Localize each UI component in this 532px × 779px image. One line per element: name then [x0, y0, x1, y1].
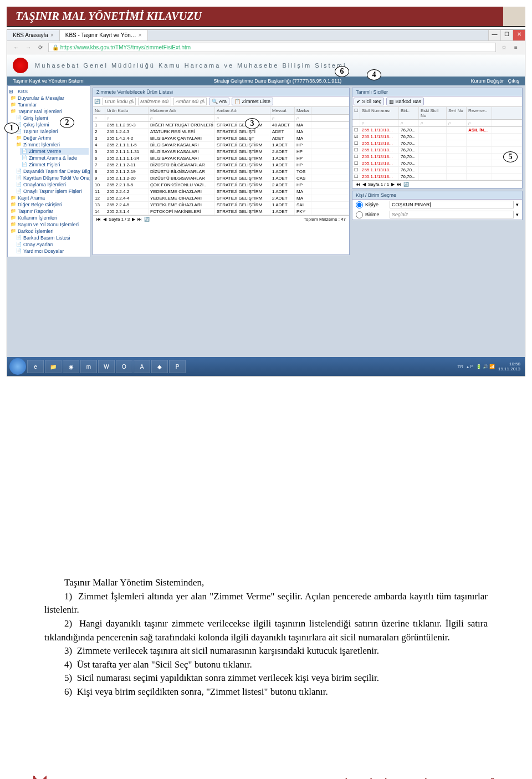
person-input[interactable]: [390, 201, 514, 208]
product-name-input[interactable]: [138, 98, 171, 105]
last-page-icon[interactable]: ⏭: [397, 182, 401, 187]
menu-icon[interactable]: ≡: [511, 43, 520, 52]
tree-item[interactable]: Değer Artımı: [14, 135, 89, 141]
table-row[interactable]: 11255.2.2.4-2YEDEKLEME CİHAZLARISTRATEJİ…: [93, 189, 349, 195]
tree-item[interactable]: Onay Ayarları: [14, 241, 89, 248]
minimize-button[interactable]: —: [488, 30, 500, 40]
prev-page-icon[interactable]: ◀: [103, 217, 106, 222]
next-page-icon[interactable]: ▶: [132, 217, 135, 222]
table-row[interactable]: 4255.2.1.1.1.1-5BİLGİSAYAR KASALARISTRAT…: [93, 142, 349, 149]
table-row[interactable]: ☐255.1.1/13/18...76,70...: [352, 174, 522, 180]
search-button[interactable]: 🔍 Ara: [209, 98, 229, 105]
radio-kisiye[interactable]: [356, 201, 363, 208]
radio-birime[interactable]: [356, 211, 363, 218]
maxthon-icon[interactable]: m: [80, 360, 97, 373]
tree-item[interactable]: Kayıt Arama: [9, 195, 89, 201]
row-checkbox[interactable]: ☐: [352, 167, 360, 173]
tree-item-zimmet-verme[interactable]: Zimmet Verme: [20, 148, 89, 155]
row-checkbox[interactable]: ☐: [352, 140, 360, 146]
app-icon[interactable]: ◆: [151, 360, 168, 373]
browser-tab-1[interactable]: KBS Anasayfa×: [7, 30, 60, 40]
forward-icon[interactable]: →: [24, 43, 33, 52]
logout-link[interactable]: Çıkış: [508, 78, 519, 84]
tree-item[interactable]: Sayım ve Yıl Sonu İşlemleri: [9, 221, 89, 228]
tree-item[interactable]: Dayanıklı Taşınırlar Detay Bilgileri: [14, 168, 89, 175]
table-row[interactable]: ☐255.1.1/13/18...76,70...ASIL İN...: [352, 127, 522, 134]
url-input[interactable]: 🔒 https://www.kbs.gov.tr/TMYS/tmys/zimme…: [48, 43, 496, 52]
tree-item[interactable]: Onaylı Taşınır İşlem Fişleri: [14, 188, 89, 195]
tree-item[interactable]: Diğer Belge Girişleri: [9, 201, 89, 208]
table-row[interactable]: ☐255.1.1/13/18...76,70...: [352, 154, 522, 160]
tree-item[interactable]: Taşınır Raporlar: [9, 208, 89, 215]
table-row[interactable]: 6255.2.1.1.1.1-34BİLGİSAYAR KASALARISTRA…: [93, 155, 349, 162]
first-page-icon[interactable]: ⏮: [356, 182, 360, 187]
bookmark-icon[interactable]: ☆: [499, 43, 508, 52]
tree-item[interactable]: Kullanım İşlemleri: [9, 215, 89, 221]
close-icon[interactable]: ×: [50, 32, 54, 38]
tree-item[interactable]: Onaylama İşlemleri: [14, 181, 89, 188]
tree-item[interactable]: KBS: [9, 88, 89, 95]
table-row[interactable]: 8255.2.1.1.2-19DİZÜSTÜ BİLGİSAYARLARSTRA…: [93, 169, 349, 175]
tree-item[interactable]: Giriş İşlemi: [14, 115, 89, 121]
start-button[interactable]: [9, 358, 26, 375]
browser-tab-2[interactable]: KBS - Taşınır Kayıt ve Yön…×: [60, 30, 148, 40]
row-checkbox[interactable]: ☑: [352, 134, 360, 140]
tree-item[interactable]: Zimmet Fişleri: [20, 161, 89, 168]
table-row[interactable]: 10255.2.2.1.8-5ÇOK FONKSİYONLU YAZI..STR…: [93, 182, 349, 189]
explorer-icon[interactable]: 📁: [45, 360, 62, 373]
row-checkbox[interactable]: ☐: [352, 174, 360, 180]
maximize-button[interactable]: ☐: [500, 30, 513, 40]
tree-item[interactable]: Barkod Basım Listesi: [14, 235, 89, 241]
zimmet-liste-button[interactable]: 📋 Zimmet Liste: [232, 98, 273, 105]
table-row[interactable]: 13255.2.2.4-5YEDEKLEME CİHAZLARISTRATEJİ…: [93, 202, 349, 208]
tray-icons[interactable]: ▴ 🏳 🔋 🔊 📶: [467, 364, 495, 369]
table-row[interactable]: 7255.2.1.1.2-11DİZÜSTÜ BİLGİSAYARLARSTRA…: [93, 162, 349, 169]
tree-item[interactable]: Barkod İşlemleri: [9, 228, 89, 235]
row-checkbox[interactable]: ☐: [352, 127, 360, 133]
powerpoint-icon[interactable]: P: [169, 360, 186, 373]
row-checkbox[interactable]: ☐: [352, 147, 360, 153]
unit-input[interactable]: [390, 211, 514, 218]
tree-item[interactable]: Tanımlar: [9, 101, 89, 108]
ie-icon[interactable]: e: [27, 360, 44, 373]
tree-item[interactable]: Taşınır Talepleri: [14, 128, 89, 135]
dropdown-icon[interactable]: ▾: [516, 202, 519, 207]
table-row[interactable]: 12255.2.2.4-4YEDEKLEME CİHAZLARISTRATEJİ…: [93, 195, 349, 202]
tray-lang[interactable]: TR: [457, 364, 463, 369]
word-icon[interactable]: W: [98, 360, 115, 373]
close-icon[interactable]: ×: [139, 32, 142, 38]
row-checkbox[interactable]: ☐: [352, 154, 360, 160]
table-row[interactable]: ☐255.1.1/13/18...76,70...: [352, 140, 522, 147]
tree-item[interactable]: Yardımcı Dosyalar: [14, 248, 89, 254]
table-row[interactable]: ☐255.1.1/13/18...76,70...: [352, 167, 522, 174]
tree-item[interactable]: Duyurular & Mesajlar: [9, 95, 89, 101]
tree-item[interactable]: Zimmet Arama & İade: [20, 155, 89, 161]
warehouse-input[interactable]: [173, 98, 207, 105]
change-org-link[interactable]: Kurum Değiştir: [470, 78, 504, 84]
table-row[interactable]: 2255.1.2.4-3ATATÜRK RESİMLERİSTRATEJİ GE…: [93, 129, 349, 135]
back-icon[interactable]: ←: [12, 43, 21, 52]
outlook-icon[interactable]: O: [116, 360, 132, 373]
table-row[interactable]: 5255.2.1.1.1.1-31BİLGİSAYAR KASALARISTRA…: [93, 149, 349, 155]
tree-item[interactable]: Zimmet İşlemleri: [14, 141, 89, 148]
table-row[interactable]: 9255.2.1.1.2-20DİZÜSTÜ BİLGİSAYARLARSTRA…: [93, 175, 349, 182]
next-page-icon[interactable]: ▶: [391, 182, 395, 187]
tree-item[interactable]: Taşınır Mal İşlemleri: [9, 108, 89, 115]
sicil-sec-button[interactable]: ✔ Sicil Seç: [354, 98, 384, 105]
row-checkbox[interactable]: ☐: [352, 160, 360, 166]
prev-page-icon[interactable]: ◀: [362, 182, 366, 187]
first-page-icon[interactable]: ⏮: [96, 217, 101, 222]
table-row[interactable]: ☑255.1.1/13/18...76,70...: [352, 134, 522, 140]
tree-item[interactable]: Çıkış İşlemi: [14, 121, 89, 128]
product-code-input[interactable]: [103, 98, 136, 105]
refresh-icon[interactable]: 🔄: [144, 217, 150, 222]
table-row[interactable]: 14255.2.3.1-4FOTOKOPİ MAKİNELERİSTRATEJİ…: [93, 208, 349, 215]
chrome-icon[interactable]: ◉: [63, 360, 79, 373]
table-row[interactable]: 1255.1.1.2.99-3DİĞER MEFRUŞAT ÜRÜNLERİST…: [93, 122, 349, 129]
dropdown-icon[interactable]: ▾: [516, 212, 519, 217]
table-row[interactable]: ☐255.1.1/13/18...76,70...: [352, 160, 522, 167]
table-row[interactable]: ☐255.1.1/13/18...76,70...: [352, 147, 522, 154]
refresh-icon[interactable]: 🔄: [94, 99, 100, 104]
tree-item[interactable]: Kayıttan Düşme Teklif Ve Onay Tutanağı: [14, 175, 89, 181]
last-page-icon[interactable]: ⏭: [137, 217, 142, 222]
